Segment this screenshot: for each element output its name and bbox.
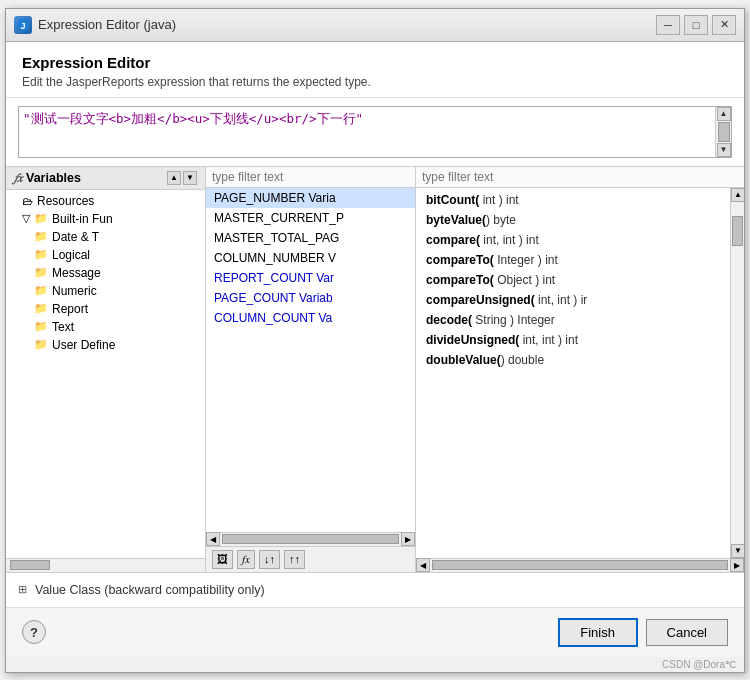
- method-compareto-object[interactable]: compareTo( Object ) int: [416, 270, 730, 290]
- right-h-scroll-left[interactable]: ◀: [416, 558, 430, 572]
- list-item-column-count[interactable]: COLUMN_COUNT Va: [206, 308, 415, 328]
- window-controls: ─ □ ✕: [656, 15, 736, 35]
- method-compareto-int-args: Integer ) int: [494, 253, 558, 267]
- bottom-section: ⊞ Value Class (backward compatibility on…: [6, 572, 744, 607]
- logical-folder-icon: 📁: [34, 248, 48, 261]
- middle-toolbar: 🖼 𝑓𝑥 ↓↑ ↑↑: [206, 546, 415, 572]
- maximize-button[interactable]: □: [684, 15, 708, 35]
- tree-h-thumb[interactable]: [10, 560, 50, 570]
- method-bitcount-name: bitCount(: [426, 193, 479, 207]
- tree-header: 𝑓𝑥 Variables ▲ ▼: [6, 167, 205, 190]
- list-item-master-current[interactable]: MASTER_CURRENT_P: [206, 208, 415, 228]
- tree-item-date[interactable]: 📁 Date & T: [6, 228, 205, 246]
- right-h-scroll-right[interactable]: ▶: [730, 558, 744, 572]
- list-item-master-total[interactable]: MASTER_TOTAL_PAG: [206, 228, 415, 248]
- list-item-column-number[interactable]: COLUMN_NUMBER V: [206, 248, 415, 268]
- toolbar-btn-image[interactable]: 🖼: [212, 550, 233, 569]
- middle-scrollbar-h[interactable]: ◀ ▶: [206, 532, 415, 546]
- tree-item-resources[interactable]: 🗁 Resources: [6, 192, 205, 210]
- value-class-expand-icon[interactable]: ⊞: [18, 583, 27, 596]
- middle-scroll-right[interactable]: ▶: [401, 532, 415, 546]
- svg-text:J: J: [20, 21, 25, 31]
- middle-h-thumb[interactable]: [222, 534, 399, 544]
- close-button[interactable]: ✕: [712, 15, 736, 35]
- finish-button[interactable]: Finish: [558, 618, 638, 647]
- middle-scroll-left[interactable]: ◀: [206, 532, 220, 546]
- list-item-page-number[interactable]: PAGE_NUMBER Varia: [206, 188, 415, 208]
- right-scroll-up[interactable]: ▲: [731, 188, 744, 202]
- right-scrollbar-v[interactable]: ▲ ▼: [730, 188, 744, 558]
- dialog-header: Expression Editor Edit the JasperReports…: [6, 42, 744, 98]
- method-bytevalue[interactable]: byteValue() byte: [416, 210, 730, 230]
- method-compare-name: compare(: [426, 233, 480, 247]
- right-scrollbar-h[interactable]: ◀ ▶: [416, 558, 744, 572]
- tree-scrollbar-h[interactable]: [6, 558, 205, 572]
- toolbar-btn-fx[interactable]: 𝑓𝑥: [237, 550, 255, 569]
- dialog-title: Expression Editor (java): [38, 17, 650, 32]
- report-folder-icon: 📁: [34, 302, 48, 315]
- list-item-report-count[interactable]: REPORT_COUNT Var: [206, 268, 415, 288]
- expression-scrollbar-v[interactable]: ▲ ▼: [715, 107, 731, 157]
- scroll-thumb[interactable]: [718, 122, 730, 142]
- value-class-label: Value Class (backward compatibility only…: [35, 583, 265, 597]
- toolbar-btn-sort-asc[interactable]: ↑↑: [284, 550, 305, 569]
- cancel-button[interactable]: Cancel: [646, 619, 728, 646]
- toolbar-btn-sort-desc[interactable]: ↓↑: [259, 550, 280, 569]
- method-bitcount[interactable]: bitCount( int ) int: [416, 190, 730, 210]
- expression-area: "测试一段文字<b>加粗</b><u>下划线</u><br/>下一行" ▲ ▼: [18, 106, 732, 158]
- right-filter-input[interactable]: [416, 167, 744, 188]
- method-compareto-int-name: compareTo(: [426, 253, 494, 267]
- app-icon: J: [14, 16, 32, 34]
- method-doublevalue-args: ) double: [501, 353, 544, 367]
- method-compareunsigned-args: int, int ) ir: [535, 293, 588, 307]
- tree-scroll-up[interactable]: ▲: [167, 171, 181, 185]
- middle-filter-input[interactable]: [206, 167, 415, 188]
- middle-panel: PAGE_NUMBER Varia MASTER_CURRENT_P MASTE…: [206, 167, 416, 572]
- method-divideunsigned-args: int, int ) int: [519, 333, 578, 347]
- tree-item-logical[interactable]: 📁 Logical: [6, 246, 205, 264]
- tree-header-left: 𝑓𝑥 Variables: [14, 171, 81, 185]
- tree-item-report[interactable]: 📁 Report: [6, 300, 205, 318]
- scroll-up-arrow[interactable]: ▲: [717, 107, 731, 121]
- right-list-wrapper: bitCount( int ) int byteValue() byte com…: [416, 188, 744, 558]
- left-panel: 𝑓𝑥 Variables ▲ ▼ 🗁 Resources ▽ 📁 Built-i…: [6, 167, 206, 572]
- method-divideunsigned[interactable]: divideUnsigned( int, int ) int: [416, 330, 730, 350]
- method-compareto-obj-args: Object ) int: [494, 273, 555, 287]
- userdefine-folder-icon: 📁: [34, 338, 48, 351]
- method-compareto-obj-name: compareTo(: [426, 273, 494, 287]
- method-divideunsigned-name: divideUnsigned(: [426, 333, 519, 347]
- right-scroll-thumb[interactable]: [732, 216, 743, 246]
- method-doublevalue[interactable]: doubleValue() double: [416, 350, 730, 370]
- tree-content: 🗁 Resources ▽ 📁 Built-in Fun 📁 Date & T …: [6, 190, 205, 558]
- list-item-page-count[interactable]: PAGE_COUNT Variab: [206, 288, 415, 308]
- method-compare[interactable]: compare( int, int ) int: [416, 230, 730, 250]
- minimize-button[interactable]: ─: [656, 15, 680, 35]
- right-scroll-down[interactable]: ▼: [731, 544, 744, 558]
- method-decode[interactable]: decode( String ) Integer: [416, 310, 730, 330]
- expression-input[interactable]: "测试一段文字<b>加粗</b><u>下划线</u><br/>下一行": [19, 107, 715, 151]
- tree-scroll-down[interactable]: ▼: [183, 171, 197, 185]
- tree-item-userdefine[interactable]: 📁 User Define: [6, 336, 205, 354]
- tree-item-text[interactable]: 📁 Text: [6, 318, 205, 336]
- method-bytevalue-name: byteValue(: [426, 213, 486, 227]
- middle-list: PAGE_NUMBER Varia MASTER_CURRENT_P MASTE…: [206, 188, 415, 532]
- right-panel: bitCount( int ) int byteValue() byte com…: [416, 167, 744, 572]
- tree-item-numeric[interactable]: 📁 Numeric: [6, 282, 205, 300]
- help-button[interactable]: ?: [22, 620, 46, 644]
- expression-editor-subtitle: Edit the JasperReports expression that r…: [22, 75, 728, 89]
- report-label: Report: [52, 302, 88, 316]
- logical-label: Logical: [52, 248, 90, 262]
- tree-item-builtin[interactable]: ▽ 📁 Built-in Fun: [6, 210, 205, 228]
- method-compareunsigned[interactable]: compareUnsigned( int, int ) ir: [416, 290, 730, 310]
- method-bytevalue-args: ) byte: [486, 213, 516, 227]
- userdefine-label: User Define: [52, 338, 115, 352]
- date-label: Date & T: [52, 230, 99, 244]
- right-h-thumb[interactable]: [432, 560, 728, 570]
- tree-item-message[interactable]: 📁 Message: [6, 264, 205, 282]
- resources-label: Resources: [37, 194, 94, 208]
- expression-editor-dialog: J Expression Editor (java) ─ □ ✕ Express…: [5, 8, 745, 673]
- method-compareto-integer[interactable]: compareTo( Integer ) int: [416, 250, 730, 270]
- scroll-down-arrow[interactable]: ▼: [717, 143, 731, 157]
- right-list: bitCount( int ) int byteValue() byte com…: [416, 188, 730, 558]
- builtin-folder-icon: 📁: [34, 212, 48, 225]
